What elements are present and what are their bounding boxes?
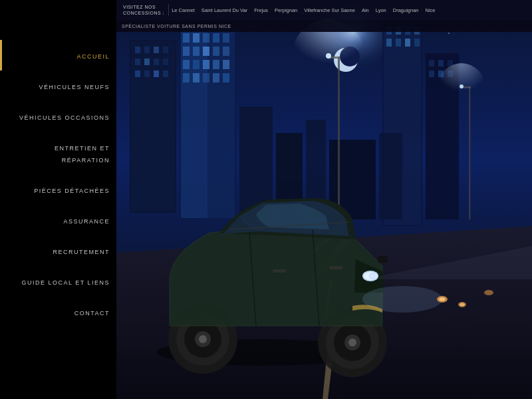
svg-rect-57 (405, 39, 410, 47)
sidebar-label-entretien: ENTRETIEN ET RÉPARATION (55, 145, 110, 164)
nav-location-villefranche-sur-saone[interactable]: Villefranche sur Saone (304, 7, 355, 13)
svg-rect-70 (379, 133, 402, 219)
sidebar-label-guide: GUIDE LOCAL ET LIENS (21, 279, 110, 286)
svg-rect-41 (203, 60, 209, 69)
svg-point-106 (460, 303, 465, 307)
svg-rect-42 (213, 60, 219, 69)
top-navigation: VISITEZ NOS CONCESSIONS : Le CannetSaint… (116, 0, 532, 20)
svg-rect-101 (273, 269, 286, 273)
svg-rect-47 (213, 73, 219, 82)
sidebar-item-assurance[interactable]: ASSURANCE (0, 205, 116, 235)
svg-rect-38 (223, 47, 229, 56)
svg-rect-35 (193, 47, 200, 56)
svg-rect-22 (135, 70, 140, 77)
svg-point-7 (448, 33, 450, 34)
sidebar-label-contact: CONTACT (74, 310, 110, 317)
svg-rect-95 (378, 256, 388, 263)
svg-rect-44 (183, 73, 190, 82)
svg-rect-31 (203, 33, 209, 43)
svg-rect-19 (144, 59, 150, 65)
svg-rect-40 (193, 60, 200, 69)
sub-nav-text: SPÉCIALISTE VOITURE SANS PERMIS NICE (122, 24, 231, 29)
sidebar-label-accueil: ACCUEIL (76, 53, 110, 60)
hero-background (116, 0, 532, 399)
svg-rect-32 (213, 33, 219, 43)
svg-rect-34 (183, 47, 190, 56)
svg-rect-21 (163, 59, 168, 65)
nav-location-perpignan[interactable]: Perpignan (275, 7, 297, 13)
svg-rect-43 (223, 60, 229, 69)
sidebar-item-contact[interactable]: CONTACT (0, 297, 116, 327)
svg-rect-28 (181, 28, 207, 218)
svg-rect-48 (223, 73, 229, 82)
sidebar-item-guide[interactable]: GUIDE LOCAL ET LIENS (0, 266, 116, 297)
svg-rect-60 (429, 60, 434, 66)
sidebar-label-recrutement: RECRUTEMENT (53, 249, 110, 255)
svg-rect-61 (438, 60, 444, 66)
sidebar-item-pieces[interactable]: PIÈCES DÉTACHÉES (0, 174, 116, 205)
svg-rect-56 (396, 39, 401, 47)
svg-rect-63 (429, 70, 434, 77)
svg-rect-39 (183, 60, 190, 69)
svg-rect-46 (203, 73, 209, 82)
svg-point-78 (438, 63, 485, 110)
svg-rect-15 (144, 47, 150, 53)
svg-point-74 (326, 53, 331, 59)
svg-point-94 (348, 338, 356, 346)
svg-rect-18 (135, 59, 140, 65)
sidebar-label-assurance: ASSURANCE (63, 218, 110, 225)
svg-rect-17 (163, 47, 168, 53)
svg-rect-23 (144, 70, 150, 77)
svg-rect-30 (193, 33, 200, 43)
svg-rect-102 (329, 266, 342, 269)
svg-rect-33 (223, 33, 229, 43)
sidebar: ACCUEILVÉHICULES NEUFSVÉHICULES OCCASION… (0, 0, 116, 399)
svg-rect-29 (183, 33, 190, 43)
svg-rect-55 (386, 39, 392, 47)
nav-location-saint-laurent-du-var[interactable]: Saint Laurent du var (201, 7, 248, 13)
svg-rect-36 (203, 47, 209, 56)
location-list: Le CannetSaint Laurent du varFrejusPerpi… (172, 7, 529, 13)
nav-location-frejus[interactable]: Frejus (254, 7, 268, 13)
nav-location-ain[interactable]: Ain (362, 7, 369, 13)
svg-rect-14 (135, 47, 140, 53)
svg-rect-16 (154, 47, 159, 53)
hero-section (116, 0, 532, 399)
nav-location-le-cannet[interactable]: Le Cannet (172, 7, 195, 13)
svg-rect-25 (163, 70, 168, 77)
nav-location-nice[interactable]: Nice (426, 7, 436, 13)
svg-point-107 (484, 290, 493, 295)
sidebar-item-vehicules-occasions[interactable]: VÉHICULES OCCASIONS (0, 101, 116, 132)
sub-navigation: SPÉCIALISTE VOITURE SANS PERMIS NICE (116, 20, 532, 32)
svg-rect-37 (213, 47, 219, 56)
svg-point-100 (368, 272, 376, 280)
sidebar-item-vehicules-neufs[interactable]: VÉHICULES NEUFS (0, 70, 116, 101)
svg-rect-24 (154, 70, 159, 77)
sidebar-label-pieces: PIÈCES DÉTACHÉES (34, 188, 110, 194)
svg-rect-13 (131, 41, 175, 211)
hero-scene (116, 0, 532, 399)
sidebar-item-accueil[interactable]: ACCUEIL (0, 40, 116, 70)
svg-rect-20 (154, 59, 159, 65)
svg-rect-58 (414, 39, 420, 47)
nav-location-draguignan[interactable]: Draguignan (393, 7, 419, 13)
svg-point-104 (439, 297, 446, 301)
svg-point-89 (199, 335, 207, 343)
sidebar-label-vehicules-neufs: VÉHICULES NEUFS (39, 84, 110, 90)
sidebar-item-recrutement[interactable]: RECRUTEMENT (0, 235, 116, 266)
svg-rect-45 (193, 73, 200, 82)
nav-location-lyon[interactable]: Lyon (376, 7, 386, 13)
visitez-label: VISITEZ NOS CONCESSIONS : (119, 4, 169, 16)
sidebar-item-entretien[interactable]: ENTRETIEN ET RÉPARATION (0, 132, 116, 174)
sidebar-label-vehicules-occasions: VÉHICULES OCCASIONS (19, 114, 110, 121)
